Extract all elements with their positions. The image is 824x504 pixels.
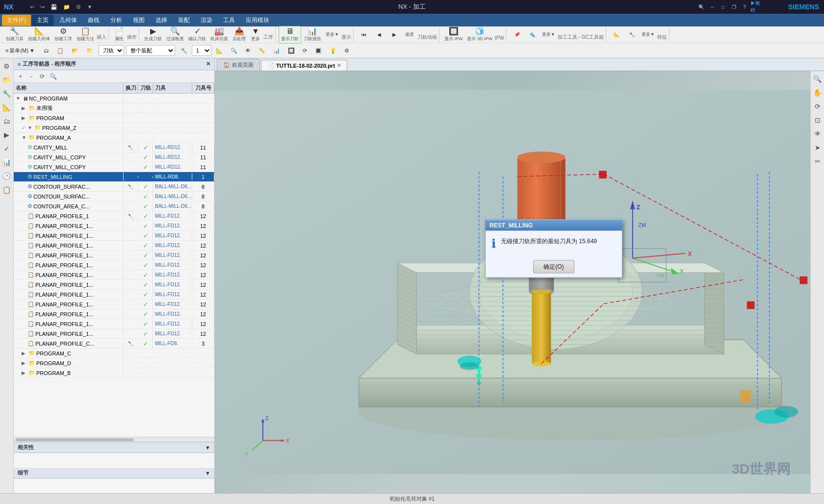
tree-row[interactable]: ✓ ▼ 📁 PROGRAM_Z [14, 123, 214, 133]
scrollbar-area[interactable] [14, 437, 214, 442]
rs-section-btn[interactable]: ✂ [812, 155, 824, 167]
maximize-btn[interactable]: □ [718, 3, 728, 11]
more-display-btn[interactable]: 更多▼ [324, 30, 341, 39]
rs-rotate-btn[interactable]: ⟳ [812, 101, 824, 112]
generate-toolpath-btn[interactable]: ▶ 生成刀轨 [142, 26, 164, 43]
ls-icon-check[interactable]: ✓ [1, 143, 13, 154]
ls-icon-list[interactable]: 📋 [1, 184, 13, 196]
search-box[interactable]: 🔍 [696, 3, 706, 11]
expand-icon[interactable]: ▶ [22, 370, 27, 376]
nav-btn1[interactable]: 🗂 [40, 46, 52, 55]
tree-row[interactable]: ⚙ CONTOUR_SURFAC... 🔪 ✓ BALL-MILL-D6... … [14, 182, 214, 192]
tree-row[interactable]: ▶ 📁 PROGRAM_D [14, 358, 214, 368]
tree-row[interactable]: ⚙ CAVITY_MILL 🔪 ✓ MILL-RD12. 11 [14, 143, 214, 152]
tree-row[interactable]: 📋 PLANAR_PROFILE_1... ✓ MILL-FD12. 12 [14, 319, 214, 329]
ls-icon-clock[interactable]: 🕐 [1, 170, 13, 182]
restore-btn[interactable]: ❐ [729, 3, 739, 11]
ls-icon-geometry[interactable]: 📐 [1, 101, 13, 113]
tutorial-btn[interactable]: ▶教程 [750, 3, 760, 11]
nav-close-btn[interactable]: ✕ [206, 61, 210, 67]
tree-row[interactable]: 📋 PLANAR_PROFILE_1... ✓ MILL-FD12. 12 [14, 290, 214, 300]
settings-icon[interactable]: ⚙ [74, 3, 83, 11]
file-tab-close[interactable]: ✕ [337, 63, 341, 68]
rs-pan-btn[interactable]: ✋ [812, 87, 824, 99]
t2-btn8[interactable]: ⟳ [299, 46, 310, 55]
more-process-btn[interactable]: ▼ 更多 [248, 26, 263, 43]
tree-row[interactable]: ⚙ CONTOUR_AREA_C... ✓ BALL-MILL-D6... 8 [14, 202, 214, 211]
viewport[interactable]: Z ZM Y YM X [215, 71, 810, 493]
display-toolpath-btn[interactable]: 🖥 显示刀轨 [279, 26, 301, 44]
tree-row[interactable]: 📋 PLANAR_PROFILE_1... ✓ MILL-FD12. 12 [14, 241, 214, 251]
assembly-menu[interactable]: 装配 [173, 15, 195, 26]
assembly-select[interactable]: 整个装配 [126, 45, 175, 56]
help-icon[interactable]: ? [740, 3, 749, 11]
ls-icon-tools[interactable]: 🔧 [1, 88, 13, 100]
expand-icon[interactable]: ▼ [27, 125, 33, 130]
tree-row[interactable]: 📋 PLANAR_PROFILE_1... ✓ MILL-FD12. 12 [14, 280, 214, 290]
undo-icon[interactable]: ↩ [28, 3, 36, 11]
relations-section[interactable]: 相关性 ▼ [14, 442, 214, 453]
t2-btn7[interactable]: 🔲 [284, 46, 298, 55]
more-gc-btn[interactable]: 更多▼ [540, 30, 557, 39]
gc-btn2[interactable]: 🔩 [525, 31, 540, 38]
t2-btn4[interactable]: 👁 [242, 46, 254, 55]
expand-icon[interactable]: ▶ [22, 105, 27, 111]
render-menu[interactable]: 渲染 [196, 15, 217, 26]
nav-collapse-btn[interactable]: - [26, 72, 36, 81]
tree-row[interactable]: ▶ 📁 PROGRAM_C [14, 349, 214, 358]
more-icon[interactable]: ▼ [85, 3, 94, 11]
nav-btn2[interactable]: 📋 [53, 46, 67, 55]
tree-row[interactable]: 📋 PLANAR_PROFILE_1... ✓ MILL-FD12. 12 [14, 221, 214, 231]
tree-row[interactable]: ⚙ CONTOUR_SURFAC... ✓ BALL-MILL-D6... 8 [14, 192, 214, 202]
tree-row[interactable]: 📋 PLANAR_PROFILE_1... ✓ MILL-FD12. 12 [14, 270, 214, 280]
file-menu[interactable]: 文件(F) [2, 15, 31, 26]
feat-btn2[interactable]: 🔧 [624, 31, 639, 38]
expand-icon[interactable]: ▶ [22, 115, 27, 121]
expand-icon[interactable]: ▶ [22, 351, 27, 356]
t2-btn6[interactable]: 📊 [270, 46, 283, 55]
app-module-menu[interactable]: 应用模块 [241, 15, 274, 26]
tree-row[interactable]: 📋 PLANAR_PROFILE_1... ✓ MILL-FD12. 12 [14, 309, 214, 319]
view-menu[interactable]: 视图 [128, 15, 150, 26]
tree-row[interactable]: 📋 PLANAR_PROFILE_1... ✓ MILL-FD12. 12 [14, 260, 214, 270]
show-3d-ipw-btn[interactable]: 🧊 显示 3D IPW [465, 26, 494, 43]
gc-btn1[interactable]: 📌 [510, 31, 524, 38]
t2-btn5[interactable]: 📏 [255, 46, 269, 55]
rs-arrow-btn[interactable]: ➤ [812, 142, 824, 153]
toolpath-report-btn[interactable]: 📊 刀轨报告 [302, 26, 323, 43]
details-section[interactable]: 细节 ▼ [14, 468, 214, 479]
post-process-btn[interactable]: 📤 后处理 [231, 26, 248, 43]
create-tool-btn[interactable]: 🔧 创建刀具 [4, 26, 26, 43]
dialog-ok-button[interactable]: 确定(O) [533, 260, 574, 273]
t2-btn10[interactable]: 💡 [326, 46, 340, 55]
prev-frame-btn[interactable]: ⏮ [357, 31, 371, 38]
properties-btn[interactable]: 📄 属性 [112, 26, 127, 43]
speed-btn[interactable]: 速度 [402, 30, 417, 39]
ls-icon-settings[interactable]: ⚙ [1, 60, 13, 72]
show-ipw-btn[interactable]: 🔲 显示 IPW [442, 26, 465, 43]
welcome-tab[interactable]: 🏠 欢迎页面 [217, 59, 260, 71]
create-operation-btn[interactable]: ⚙ 创建工序 [52, 26, 74, 43]
prev-btn[interactable]: ◀ [372, 31, 386, 38]
tree-row[interactable]: ▶ 📁 PROGRAM_B [14, 368, 214, 378]
num-select[interactable]: 1 [192, 45, 211, 56]
machine-simulate-btn[interactable]: 🏭 机床仿真 [208, 26, 230, 43]
filter-check-btn[interactable]: 🔍 过滤检查 [164, 26, 186, 43]
toolpath-select[interactable]: 刀轨 [99, 45, 124, 56]
rest-milling-row[interactable]: ⚙ REST_MILLING MILL-RD8. 1 [14, 172, 214, 182]
nav-btn3[interactable]: 📂 [68, 46, 82, 55]
analysis-menu[interactable]: 分析 [105, 15, 127, 26]
rs-zoom-btn[interactable]: 🔍 [812, 73, 824, 85]
curve-menu[interactable]: 曲线 [83, 15, 104, 26]
tree-row[interactable]: 📋 PLANAR_PROFILE_1... ✓ MILL-FD12. 12 [14, 231, 214, 241]
nav-btn4[interactable]: 📁 [83, 46, 97, 55]
expand-icon[interactable]: ▶ [22, 360, 27, 366]
tree-row[interactable]: 📋 PLANAR_PROFILE_C... 🔪 ✓ MILL-FD8. 3 [14, 339, 214, 349]
t2-btn9[interactable]: 🔳 [311, 46, 325, 55]
rs-fit-btn[interactable]: ⊡ [812, 114, 824, 126]
geometry-menu[interactable]: 几何体 [54, 15, 82, 26]
tree-row[interactable]: 📋 PLANAR_PROFILE_1 🔪 ✓ MILL-FD12. 12 [14, 211, 214, 221]
ls-icon-graph[interactable]: 📊 [1, 156, 13, 168]
nav-filter-btn[interactable]: 🔍 [48, 72, 58, 81]
redo-icon[interactable]: ↪ [38, 3, 47, 11]
